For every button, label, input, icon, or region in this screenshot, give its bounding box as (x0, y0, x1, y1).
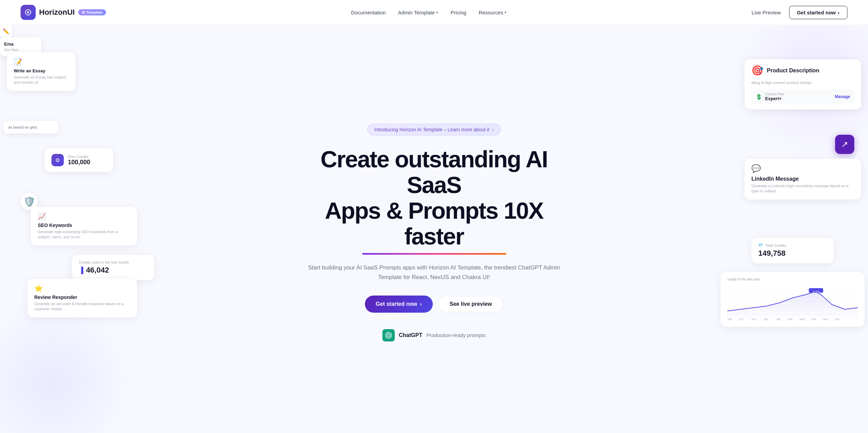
linkedin-card-title: LinkedIn Message (751, 176, 854, 182)
plan-label: Plan Credits (68, 155, 90, 159)
hero-badge[interactable]: Introducing Horizon AI Template – Learn … (367, 124, 501, 135)
seo-card-title: SEO Keywords (38, 222, 130, 228)
logo-area: HorizonUI AI Template (21, 5, 106, 20)
hero-underline (362, 253, 506, 255)
svg-point-7 (814, 290, 817, 293)
svg-text:MAY: MAY (823, 318, 828, 321)
chatgpt-label: ChatGPT (399, 332, 422, 338)
svg-rect-8 (809, 288, 823, 293)
gem-icon: 💎 (758, 243, 763, 248)
usage-chart: 13,956 SEP OCT NOV DEC JAN FEB MAR APR M… (727, 284, 858, 325)
essay-card: 📝 Write an Essay Generate an Essay bas s… (7, 52, 75, 91)
nav-links: Documentation Admin Template ▾ Pricing R… (351, 10, 507, 15)
review-card: ⭐ Review Responder Generate an accurate … (27, 279, 137, 317)
logo-icon (21, 5, 36, 20)
credits-used-label: Credits used in the last month (79, 260, 147, 264)
svg-text:JUN: JUN (835, 318, 840, 321)
review-card-desc: Generate an accurate & friendly response… (34, 301, 130, 312)
svg-text:JAN: JAN (776, 318, 781, 321)
linkedin-card-desc: Generate a LinkedIn high-converting mess… (751, 183, 854, 194)
total-credits-card: 💎 Total Credits 149,758 (751, 238, 834, 263)
chart-label: usage in the last year (727, 277, 858, 281)
see-live-preview-button[interactable]: See live preview (438, 296, 503, 312)
trust-description: Production-ready prompts (426, 332, 486, 338)
trending-up-icon: ↗ (841, 140, 848, 149)
navbar: HorizonUI AI Template Documentation Admi… (0, 0, 868, 25)
svg-text:DEC: DEC (764, 318, 769, 321)
credits-used-value: ▐ 46,042 (79, 266, 147, 275)
email-card-title: Ema (4, 41, 37, 47)
product-desc-card: 🎯 Product Description elling & high conv… (745, 59, 861, 109)
linkedin-card: 💬 LinkedIn Message Generate a LinkedIn h… (745, 159, 861, 200)
hero-section: 📝 Write an Essay Generate an Essay bas s… (0, 25, 868, 433)
chevron-down-icon: ▾ (436, 10, 438, 15)
up-arrow-card: ↗ (835, 135, 854, 154)
svg-marker-6 (727, 291, 858, 321)
badge-arrow-icon: › (492, 127, 494, 132)
email-card: Ema Gen from (0, 37, 41, 56)
review-icon: ⭐ (34, 284, 130, 292)
svg-point-1 (27, 11, 29, 13)
seo-icon: 📈 (38, 212, 130, 220)
pencil-card: ✏️ (0, 25, 12, 37)
plan-icon: ⚙ (51, 154, 64, 166)
current-plan-name: Expert+ (765, 96, 784, 101)
seo-card: 📈 SEO Keywords Generate high-converting … (31, 207, 137, 245)
bar-chart-icon: ▐ (79, 267, 83, 274)
hero-title: Create outstanding AI SaaS Apps & Prompt… (306, 146, 563, 249)
hero-trust: ChatGPT Production-ready prompts (306, 329, 563, 341)
chart-card: usage in the last year (721, 272, 865, 327)
currency-icon: 💲 (756, 94, 762, 100)
chevron-down-icon: ▾ (504, 10, 507, 15)
credits-used-card: Credits used in the last month ▐ 46,042 (72, 255, 154, 280)
product-desc-body: elling & high convert product listings. (751, 80, 854, 85)
svg-text:FEB: FEB (788, 318, 793, 321)
essay-icon: 📝 (14, 58, 69, 66)
svg-text:MAR: MAR (800, 318, 805, 321)
plan-value: 100,000 (68, 159, 90, 166)
svg-text:APR: APR (811, 318, 816, 321)
chat-icon: 💬 (751, 164, 854, 173)
seo-card-desc: Generate high-converting SEO keywords fr… (38, 229, 130, 240)
logo-badge: AI Template (78, 9, 106, 15)
nav-resources[interactable]: Resources ▾ (479, 10, 507, 15)
plan-credits-card: ⚙ Plan Credits 100,000 (45, 148, 113, 172)
review-card-title: Review Responder (34, 294, 130, 300)
shield-card: 🛡️ (21, 193, 38, 210)
hero-content: Introducing Horizon AI Template – Learn … (306, 124, 563, 341)
essay-card-title: Write an Essay (14, 68, 69, 73)
arrow-icon: › (838, 10, 840, 15)
get-started-nav-button[interactable]: Get started now › (789, 6, 847, 19)
get-started-hero-button[interactable]: Get started now › (365, 296, 433, 313)
svg-text:13,956: 13,956 (812, 290, 820, 293)
svg-text:NOV: NOV (751, 318, 757, 321)
pencil-icon: ✏️ (3, 28, 10, 35)
essay-card-desc: Generate an Essay bas subject and number… (14, 75, 69, 85)
hero-buttons: Get started now › See live preview (306, 296, 563, 313)
live-preview-link[interactable]: Live Preview (752, 10, 781, 15)
total-credits-value: 149,758 (758, 249, 827, 258)
current-plan-label: Current Plan (765, 92, 784, 96)
nav-admin-template[interactable]: Admin Template ▾ (398, 10, 438, 15)
nav-actions: Live Preview Get started now › (752, 6, 847, 19)
shield-icon: 🛡️ (23, 196, 35, 207)
product-desc-title: Product Description (767, 68, 819, 74)
logo-name: HorizonUI (39, 8, 75, 17)
hero-subtitle: Start building your AI SaaS Prompts apps… (306, 263, 563, 281)
email-card-desc: Gen from (4, 48, 37, 52)
target-icon: 🎯 (751, 65, 763, 76)
svg-text:OCT: OCT (739, 318, 744, 321)
svg-text:SEP: SEP (727, 318, 732, 321)
essay-text-card: as based on gets. (3, 121, 58, 133)
total-credits-label: 💎 Total Credits (758, 243, 827, 248)
chatgpt-icon (382, 329, 395, 341)
arrow-icon: › (420, 301, 421, 307)
nav-pricing[interactable]: Pricing (451, 10, 466, 15)
nav-documentation[interactable]: Documentation (351, 10, 386, 15)
manage-button[interactable]: Manage (835, 94, 850, 99)
